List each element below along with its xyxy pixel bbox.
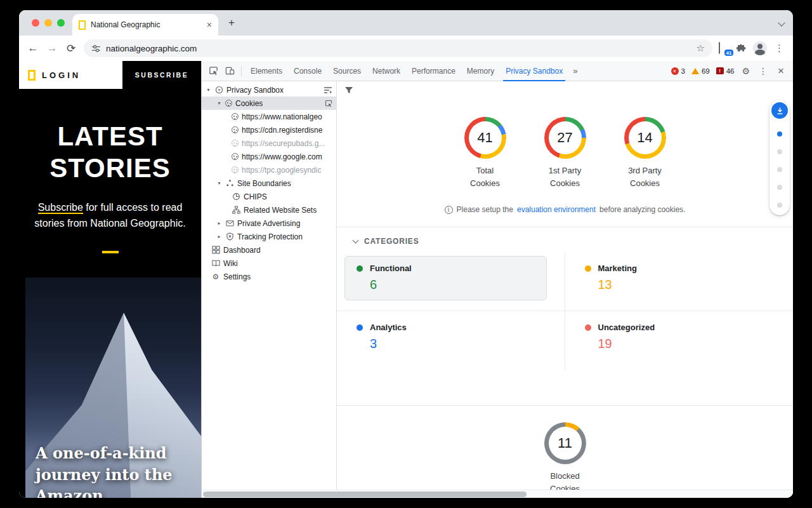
console-warnings-badge[interactable]: 69 (691, 67, 710, 75)
donut-chart: 27 (544, 117, 586, 159)
tree-item-chips[interactable]: CHIPS (202, 190, 336, 203)
tree-item-cookies[interactable]: ▾ Cookies (202, 97, 336, 110)
sitemap-icon (232, 206, 240, 215)
donut-chart: 41 (464, 117, 506, 159)
category-analytics[interactable]: Analytics 3 (344, 315, 547, 359)
download-report-button[interactable] (771, 102, 788, 119)
browser-window: National Geographic × + ← → ⟳ nationalge… (19, 10, 793, 498)
site-settings-icon[interactable] (91, 44, 101, 53)
category-functional[interactable]: Functional 6 (344, 256, 547, 300)
tab-close-icon[interactable]: × (207, 20, 212, 30)
scrollbar-thumb[interactable] (203, 491, 527, 497)
login-link[interactable]: LOGIN (42, 70, 81, 80)
mountain-photo[interactable]: A one-of-a-kind journey into the Amazon (25, 277, 201, 498)
cookie-extension-icon[interactable]: 41 (719, 43, 730, 54)
scroll-indicator-dot-active[interactable] (777, 131, 782, 137)
category-dot (585, 265, 591, 272)
collapse-arrow-icon[interactable]: ▸ (216, 234, 222, 239)
tree-item-settings[interactable]: ⚙ Settings (202, 270, 336, 283)
category-dot (357, 265, 363, 272)
national-geographic-logo[interactable] (28, 70, 36, 81)
story-title[interactable]: A one-of-a-kind journey into the Amazon (36, 443, 190, 498)
minimize-window-button[interactable] (44, 19, 52, 27)
subscribe-button[interactable]: SUBSCRIBE (122, 61, 201, 89)
tree-item-private-advertising[interactable]: ▸ Private Advertising (202, 217, 336, 230)
inspect-row-icon[interactable] (325, 100, 332, 107)
close-window-button[interactable] (32, 19, 39, 27)
tab-elements[interactable]: Elements (246, 61, 287, 81)
devtools-close-icon[interactable]: × (775, 65, 787, 77)
devtools-menu-icon[interactable]: ⋮ (757, 66, 769, 76)
tab-sources[interactable]: Sources (328, 61, 366, 81)
tree-item-tracking-protection[interactable]: ▸ Tracking Protection (202, 230, 336, 243)
tab-privacy-sandbox[interactable]: Privacy Sandbox (501, 61, 568, 81)
evaluation-environment-link[interactable]: evaluation environment (517, 205, 596, 214)
tab-performance[interactable]: Performance (407, 61, 461, 81)
page-title: LATEST STORIES (19, 121, 201, 184)
browser-menu-icon[interactable]: ⋮ (773, 43, 785, 54)
tree-item-site-boundaries[interactable]: ▾ Site Boundaries (202, 177, 336, 190)
devtools-panel: Elements Console Sources Network Perform… (201, 61, 793, 498)
new-tab-button[interactable]: + (228, 17, 235, 29)
blocked-cookies-donut: 11 Blocked Cookies (337, 422, 793, 495)
tree-item-url[interactable]: https://www.google.com (202, 150, 336, 163)
expand-arrow-icon[interactable]: ▾ (206, 87, 211, 93)
tree-item-privacy-sandbox[interactable]: ▾ Privacy Sandbox (202, 83, 336, 97)
title-bar: National Geographic × + (19, 10, 793, 36)
national-geographic-favicon (79, 20, 86, 30)
tree-item-url[interactable]: https://tpc.googlesyndic (202, 163, 336, 177)
more-tabs-icon[interactable]: » (569, 66, 581, 76)
back-icon[interactable]: ← (27, 42, 39, 55)
gear-icon: ⚙ (211, 272, 220, 281)
categories-header[interactable]: CATEGORIES (337, 237, 793, 246)
tree-item-wiki[interactable]: Wiki (202, 257, 336, 270)
tree-item-url[interactable]: https://cdn.registerdisne (202, 123, 336, 137)
forward-icon[interactable]: → (46, 42, 58, 55)
scroll-indicator-dot[interactable] (777, 203, 782, 208)
cookie-icon (225, 100, 232, 107)
address-bar[interactable]: nationalgeographic.com ☆ (84, 39, 712, 57)
collapse-arrow-icon[interactable]: ▸ (216, 220, 222, 226)
issues-badge[interactable]: ! 46 (716, 67, 735, 75)
category-cell: Analytics 3 (337, 311, 565, 370)
expand-arrow-icon[interactable]: ▾ (216, 180, 222, 186)
tree-item-url[interactable]: https://securepubads.g... (202, 137, 336, 150)
tree-menu-icon[interactable] (324, 86, 332, 94)
expand-arrow-icon[interactable]: ▾ (216, 100, 222, 106)
tab-console[interactable]: Console (289, 61, 327, 81)
devtools-settings-icon[interactable]: ⚙ (741, 66, 752, 76)
book-icon (211, 259, 220, 268)
bookmark-star-icon[interactable]: ☆ (697, 43, 705, 54)
maximize-window-button[interactable] (57, 19, 65, 27)
category-marketing[interactable]: Marketing 13 (573, 256, 776, 300)
scroll-indicator-dot[interactable] (777, 185, 782, 190)
category-count: 13 (598, 277, 764, 292)
category-uncategorized[interactable]: Uncategorized 19 (573, 315, 776, 359)
devtools-tabbar: Elements Console Sources Network Perform… (202, 61, 793, 81)
scroll-indicator-dot[interactable] (777, 149, 782, 154)
donut-value: 14 (629, 121, 662, 154)
reload-icon[interactable]: ⟳ (65, 42, 77, 55)
tab-title: National Geographic (91, 20, 202, 29)
tab-memory[interactable]: Memory (462, 61, 499, 81)
category-label: Uncategorized (598, 323, 655, 332)
tab-search-icon[interactable] (778, 19, 785, 26)
console-errors-badge[interactable]: × 3 (671, 67, 685, 75)
tree-item-url[interactable]: https://www.nationalgeo (202, 110, 336, 123)
extensions-puzzle-icon[interactable] (737, 43, 747, 53)
category-dot (357, 324, 363, 331)
first-party-cookies-donut: 27 1st Party Cookies (535, 117, 596, 190)
tree-item-related-website-sets[interactable]: Related Website Sets (202, 203, 336, 217)
category-label: Analytics (370, 323, 407, 332)
browser-tab[interactable]: National Geographic × (72, 14, 218, 36)
tree-item-dashboard[interactable]: Dashboard (202, 243, 336, 257)
horizontal-scrollbar[interactable] (202, 490, 793, 498)
subscribe-link[interactable]: Subscribe (38, 202, 83, 214)
device-toolbar-icon[interactable] (222, 64, 237, 79)
inspect-element-icon[interactable] (206, 64, 221, 79)
scroll-indicator-dot[interactable] (777, 167, 782, 172)
profile-avatar[interactable] (753, 41, 767, 55)
donut-label: 1st Party Cookies (540, 164, 590, 190)
extension-glyph (719, 42, 720, 54)
tab-network[interactable]: Network (367, 61, 405, 81)
